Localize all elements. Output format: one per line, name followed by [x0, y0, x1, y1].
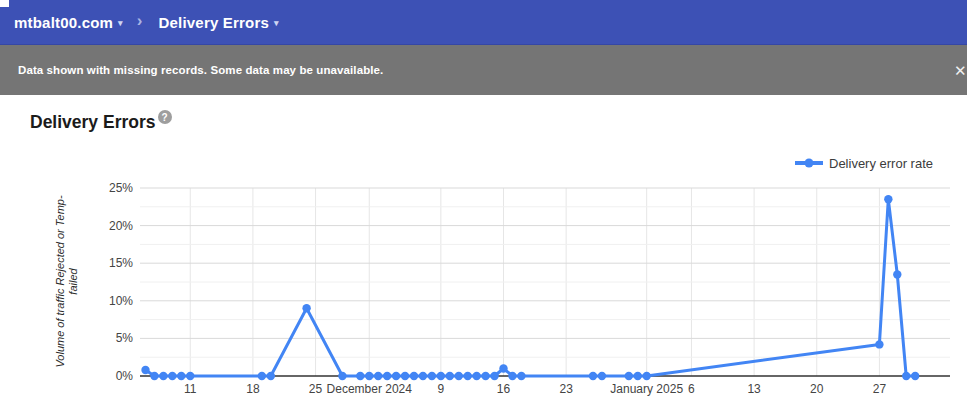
- y-axis-tick-label: 25%: [109, 181, 133, 195]
- data-point[interactable]: [472, 372, 480, 380]
- app-header: mtbalt00.com ▾ › Delivery Errors ▾: [0, 0, 967, 45]
- x-axis-tick-label: 9: [438, 382, 445, 396]
- title-row: Delivery Errors ?: [30, 112, 967, 145]
- data-point[interactable]: [464, 372, 472, 380]
- data-point[interactable]: [392, 372, 400, 380]
- y-axis-tick-label: 20%: [109, 219, 133, 233]
- x-axis-tick-label: 23: [559, 382, 573, 396]
- data-point[interactable]: [490, 372, 498, 380]
- chevron-down-icon: ▾: [118, 18, 123, 28]
- x-axis-tick-label: 11: [184, 382, 197, 396]
- notification-bar: Data shown with missing records. Some da…: [0, 45, 967, 95]
- x-axis-tick-label: 6: [688, 382, 695, 396]
- y-axis-tick-label: 5%: [116, 331, 134, 345]
- data-point[interactable]: [643, 372, 651, 380]
- data-point[interactable]: [589, 372, 597, 380]
- corner-artifact: [0, 0, 9, 7]
- delivery-errors-chart: 0%5%10%15%20%25%111825December 202491623…: [0, 145, 967, 417]
- data-point[interactable]: [150, 372, 158, 380]
- y-axis-tick-label: 15%: [109, 256, 133, 270]
- domain-selector[interactable]: mtbalt00.com ▾: [14, 14, 123, 31]
- chart-area: Volume of traffic Rejected or Temp- fail…: [0, 145, 967, 417]
- data-point[interactable]: [374, 372, 382, 380]
- notification-message: Data shown with missing records. Some da…: [18, 64, 383, 76]
- data-point[interactable]: [302, 304, 310, 312]
- data-point[interactable]: [625, 372, 633, 380]
- y-axis-tick-label: 10%: [109, 294, 133, 308]
- data-point[interactable]: [428, 372, 436, 380]
- report-selector[interactable]: Delivery Errors ▾: [159, 14, 279, 31]
- breadcrumb-separator-icon: ›: [137, 11, 143, 31]
- close-icon[interactable]: ✕: [954, 62, 967, 80]
- data-point[interactable]: [437, 372, 445, 380]
- x-axis-tick-label: January 2025: [610, 382, 683, 396]
- data-point[interactable]: [410, 372, 418, 380]
- report-name: Delivery Errors: [159, 14, 270, 31]
- x-axis-tick-label: 20: [810, 382, 824, 396]
- data-point[interactable]: [168, 372, 176, 380]
- chevron-down-icon: ▾: [274, 18, 279, 28]
- data-point[interactable]: [911, 372, 919, 380]
- data-point[interactable]: [902, 372, 910, 380]
- x-axis-tick-label: 13: [747, 382, 761, 396]
- data-point[interactable]: [634, 372, 642, 380]
- x-axis-tick-label: December 2024: [327, 382, 413, 396]
- data-point[interactable]: [884, 195, 892, 203]
- x-axis-tick-label: 16: [497, 382, 511, 396]
- y-axis-tick-label: 0%: [116, 369, 134, 383]
- data-point[interactable]: [177, 372, 185, 380]
- data-point[interactable]: [598, 372, 606, 380]
- data-point[interactable]: [455, 372, 463, 380]
- data-point[interactable]: [517, 372, 525, 380]
- data-point[interactable]: [893, 270, 901, 278]
- x-axis-tick-label: 25: [309, 382, 323, 396]
- x-axis-tick-label: 18: [246, 382, 260, 396]
- data-point[interactable]: [508, 372, 516, 380]
- data-point[interactable]: [446, 372, 454, 380]
- data-point[interactable]: [356, 372, 364, 380]
- data-point[interactable]: [141, 366, 149, 374]
- data-point[interactable]: [338, 372, 346, 380]
- help-icon[interactable]: ?: [158, 110, 172, 124]
- legend-dot-icon: [805, 159, 814, 168]
- domain-name: mtbalt00.com: [14, 14, 113, 31]
- data-point[interactable]: [401, 372, 409, 380]
- data-point[interactable]: [383, 372, 391, 380]
- data-point[interactable]: [481, 372, 489, 380]
- legend-label: Delivery error rate: [829, 156, 933, 171]
- x-axis-tick-label: 27: [873, 382, 887, 396]
- data-point[interactable]: [499, 364, 507, 372]
- data-point[interactable]: [875, 340, 883, 348]
- page-title: Delivery Errors: [30, 112, 156, 132]
- y-axis-title: Volume of traffic Rejected or Temp- fail…: [54, 163, 79, 401]
- data-point[interactable]: [186, 372, 194, 380]
- data-point[interactable]: [258, 372, 266, 380]
- data-point[interactable]: [419, 372, 427, 380]
- data-point[interactable]: [159, 372, 167, 380]
- data-point[interactable]: [365, 372, 373, 380]
- data-point[interactable]: [267, 372, 275, 380]
